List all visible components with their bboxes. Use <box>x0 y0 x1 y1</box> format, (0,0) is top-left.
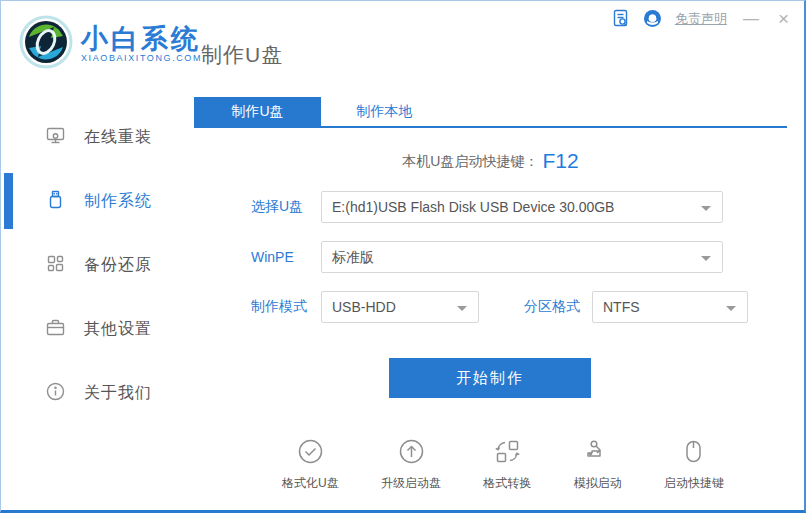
utility-boot-hotkey[interactable]: 启动快捷键 <box>664 438 724 492</box>
utility-simulate-boot[interactable]: 模拟启动 <box>574 438 622 492</box>
boot-hotkey-label: 本机U盘启动快捷键： <box>402 153 538 169</box>
winpe-dropdown[interactable]: 标准版 <box>321 241 723 273</box>
sidebar-item-make-system[interactable]: 制作系统 <box>1 169 188 233</box>
brand-logo: 小白系统 XIAOBAIXITONG.COM <box>19 15 202 73</box>
boot-hotkey-line: 本机U盘启动快捷键：F12 <box>194 149 787 173</box>
sidebar-item-label: 备份还原 <box>84 255 152 276</box>
page-title: 制作U盘 <box>201 41 283 69</box>
sidebar-item-online-reinstall[interactable]: 在线重装 <box>1 105 188 169</box>
chevron-down-icon <box>701 256 711 261</box>
utility-label: 格式转换 <box>483 475 531 492</box>
usb-select-value: E:(hd1)USB Flash Disk USB Device 30.00GB <box>332 199 614 215</box>
grid-icon <box>45 253 66 278</box>
tab-make-usb[interactable]: 制作U盘 <box>194 97 321 126</box>
tab-bar: 制作U盘 制作本地 <box>194 97 787 128</box>
sidebar-item-label: 制作系统 <box>84 191 152 212</box>
partition-format-dropdown[interactable]: NTFS <box>592 291 748 323</box>
main-panel: 制作U盘 制作本地 本机U盘启动快捷键：F12 选择U盘 E:(hd1)USB … <box>194 97 787 497</box>
sidebar-item-other-settings[interactable]: 其他设置 <box>1 297 188 361</box>
utility-label: 升级启动盘 <box>381 475 441 492</box>
tab-make-local[interactable]: 制作本地 <box>321 97 448 126</box>
info-icon <box>45 381 66 406</box>
sidebar-item-label: 在线重装 <box>84 127 152 148</box>
make-mode-label: 制作模式 <box>251 298 321 316</box>
minimize-button[interactable]: — <box>740 11 762 27</box>
arrow-up-circle-icon <box>398 438 425 469</box>
brand-domain: XIAOBAIXITONG.COM <box>81 53 202 63</box>
utility-upgrade-boot-disk[interactable]: 升级启动盘 <box>381 438 441 492</box>
utility-toolbar: 格式化U盘 升级启动盘 <box>282 438 724 492</box>
utility-label: 模拟启动 <box>574 475 622 492</box>
sidebar-item-label: 其他设置 <box>84 319 152 340</box>
usb-select-row: 选择U盘 E:(hd1)USB Flash Disk USB Device 30… <box>194 191 787 223</box>
utility-label: 启动快捷键 <box>664 475 724 492</box>
sidebar-item-label: 关于我们 <box>84 383 152 404</box>
usb-select-dropdown[interactable]: E:(hd1)USB Flash Disk USB Device 30.00GB <box>321 191 723 223</box>
sidebar-item-about-us[interactable]: 关于我们 <box>1 361 188 425</box>
chevron-down-icon <box>701 206 711 211</box>
sidebar-item-backup-restore[interactable]: 备份还原 <box>1 233 188 297</box>
winpe-row: WinPE 标准版 <box>194 241 787 273</box>
start-make-button[interactable]: 开始制作 <box>389 358 591 398</box>
customer-service-icon[interactable] <box>643 9 662 28</box>
make-mode-dropdown[interactable]: USB-HDD <box>321 291 479 323</box>
briefcase-icon <box>45 317 66 342</box>
usb-drive-icon <box>45 189 66 214</box>
convert-icon <box>494 438 521 469</box>
chevron-down-icon <box>726 306 736 311</box>
utility-label: 格式化U盘 <box>282 475 339 492</box>
titlebar: 免责声明 — × <box>611 9 792 28</box>
partition-format-value: NTFS <box>603 299 640 315</box>
mode-partition-row: 制作模式 USB-HDD 分区格式 NTFS <box>194 291 787 323</box>
app-window: 免责声明 — × 小白系统 XIAOBAIXITONG.COM 制作U盘 <box>0 0 806 513</box>
winpe-value: 标准版 <box>332 249 374 265</box>
disclaimer-link[interactable]: 免责声明 <box>675 10 727 28</box>
boot-hotkey-value: F12 <box>542 149 578 172</box>
brand-text: 小白系统 XIAOBAIXITONG.COM <box>81 25 202 63</box>
utility-format-usb[interactable]: 格式化U盘 <box>282 438 339 492</box>
chevron-down-icon <box>457 306 467 311</box>
usb-select-label: 选择U盘 <box>251 198 321 216</box>
make-mode-value: USB-HDD <box>332 299 396 315</box>
winpe-label: WinPE <box>251 249 321 265</box>
sidebar: 在线重装 制作系统 备份还原 <box>1 105 188 425</box>
monitor-icon <box>45 125 66 150</box>
document-search-icon[interactable] <box>611 9 630 28</box>
mouse-icon <box>680 438 707 469</box>
stamp-icon <box>584 438 611 469</box>
check-circle-icon <box>297 438 324 469</box>
brand-name: 小白系统 <box>81 25 202 53</box>
logo-icon <box>19 15 73 73</box>
partition-format-label: 分区格式 <box>524 298 592 316</box>
utility-format-convert[interactable]: 格式转换 <box>483 438 531 492</box>
close-button[interactable]: × <box>775 9 792 28</box>
